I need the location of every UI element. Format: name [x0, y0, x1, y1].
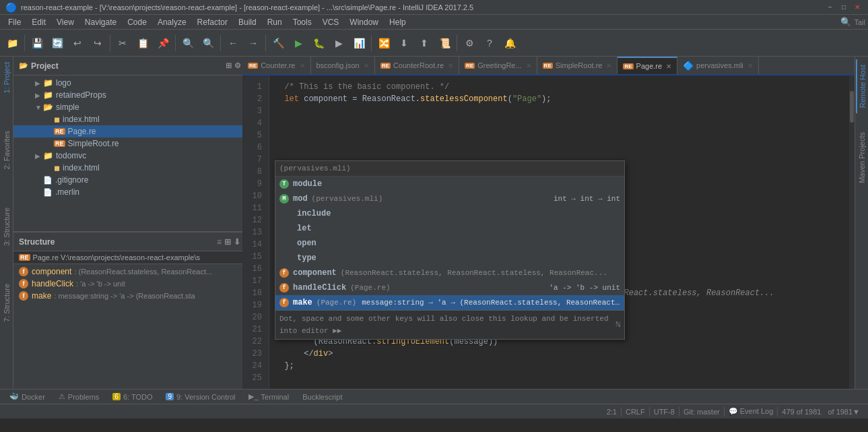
status-encoding[interactable]: UTF-8	[650, 408, 679, 416]
ac-item-type[interactable]: type	[275, 251, 624, 266]
tree-item-merlin[interactable]: 📄 .merlin	[13, 186, 255, 198]
tree-item-index-html[interactable]: ◼ index.html	[13, 113, 255, 125]
tab-simpleroot[interactable]: RE SimpleRoot.re ✕	[537, 57, 618, 74]
code-area[interactable]: (pervasives.mli) T module M mod (pervasi…	[269, 75, 849, 389]
toolbar-settings[interactable]: ⚙	[460, 34, 479, 53]
editor-content[interactable]: 1 2 3 4 5 6 7 8 9 10 11 12 13 14 15 16 1…	[242, 75, 855, 389]
struct-item-make[interactable]: f make : message:string -> 'a -> (Reason…	[13, 290, 255, 302]
struct-item-component[interactable]: f component : (ReasonReact.stateless, Re…	[13, 266, 255, 278]
menu-tools[interactable]: Tools	[288, 16, 317, 28]
ac-item-component[interactable]: f component (ReasonReact.stateless, Reas…	[275, 266, 624, 280]
right-tab-remote-host[interactable]: Remote Host	[856, 59, 868, 113]
toolbar-build[interactable]: 🔨	[269, 34, 288, 53]
menu-refactor[interactable]: Refactor	[192, 16, 233, 28]
menu-help[interactable]: Help	[384, 16, 411, 28]
tab-close-counterroot[interactable]: ✕	[448, 62, 453, 69]
close-button[interactable]: ✕	[852, 2, 863, 13]
struct-item-handleclick[interactable]: f handleClick : 'a -> 'b -> unit	[13, 278, 255, 290]
status-event-log[interactable]: 💬 Event Log	[725, 407, 778, 416]
ac-item-t[interactable]: T module	[275, 177, 624, 191]
tree-item-index-html-2[interactable]: ◼ index.html	[13, 162, 255, 174]
status-git[interactable]: Git: master	[679, 408, 724, 416]
toolbar-save-all[interactable]: 💾	[28, 34, 46, 53]
menu-analyze[interactable]: Analyze	[152, 16, 192, 28]
status-position[interactable]: 2:1	[603, 408, 621, 416]
toolbar-profile[interactable]: 📊	[349, 34, 368, 53]
ac-item-include[interactable]: include	[275, 206, 624, 221]
maximize-button[interactable]: □	[838, 2, 849, 13]
tab-greetingre[interactable]: RE GreetingRe... ✕	[459, 57, 537, 74]
tab-close-greeting[interactable]: ✕	[526, 62, 531, 69]
structure-icon-3[interactable]: ⬇	[234, 237, 240, 247]
menu-navigate[interactable]: Navigate	[79, 16, 122, 28]
toolbar-sync[interactable]: 🔄	[48, 34, 67, 53]
structure-icon-1[interactable]: ≡	[217, 237, 222, 247]
tree-item-retainedprops[interactable]: ▶ 📁 retainedProps	[13, 89, 255, 101]
sidebar-tab-structure7[interactable]: 7: Structure	[1, 278, 12, 328]
tab-close-pervasives[interactable]: ✕	[747, 62, 753, 69]
search-icon[interactable]: 🔍	[840, 17, 851, 27]
toolbar-cut[interactable]: ✂	[113, 34, 132, 53]
toolbar-update[interactable]: ⬇	[395, 34, 413, 53]
tab-bsconfig[interactable]: bsconfig.json ✕	[311, 57, 375, 74]
toolbar-help[interactable]: ?	[480, 34, 499, 53]
bottom-tab-terminal[interactable]: ▶_ Terminal	[242, 390, 296, 404]
menu-file[interactable]: File	[3, 16, 26, 28]
tree-item-simple[interactable]: ▼ 📂 simple	[13, 101, 255, 113]
tab-close-bsconfig[interactable]: ✕	[364, 62, 369, 69]
tab-pervasives[interactable]: 🔷 pervasives.mli ✕	[677, 57, 759, 74]
right-tab-maven[interactable]: Maven Projects	[857, 127, 867, 189]
tab-close-counter[interactable]: ✕	[300, 62, 305, 69]
sidebar-tab-project[interactable]: 1: Project	[1, 57, 12, 98]
toolbar-vcs[interactable]: 🔀	[374, 34, 393, 53]
tab-close-page[interactable]: ✕	[666, 63, 671, 70]
structure-icon-2[interactable]: ⊞	[224, 237, 231, 247]
menu-window[interactable]: Window	[344, 16, 384, 28]
menu-code[interactable]: Code	[122, 16, 152, 28]
ac-item-handleclick[interactable]: f handleClick (Page.re) 'a -> 'b -> unit	[275, 280, 624, 295]
toolbar-paste[interactable]: 📌	[154, 34, 172, 53]
toolbar-run[interactable]: ▶	[289, 34, 308, 53]
ac-item-open[interactable]: open	[275, 236, 624, 251]
status-lineending[interactable]: CRLF	[622, 408, 649, 416]
toolbar-debug[interactable]: 🐛	[309, 34, 328, 53]
tree-item-gitignore[interactable]: 📄 .gitignore	[13, 174, 255, 186]
bottom-tab-todo[interactable]: 6 6: TODO	[106, 390, 159, 404]
project-settings-icon[interactable]: ⚙	[234, 61, 241, 70]
tree-item-simpleroot-re[interactable]: RE SimpleRoot.re	[13, 137, 255, 150]
toolbar-find[interactable]: 🔍	[178, 34, 197, 53]
tree-item-logo[interactable]: ▶ 📁 logo	[13, 77, 255, 89]
sidebar-tab-structure[interactable]: 3: Structure	[1, 202, 12, 251]
toolbar-back[interactable]: ←	[224, 34, 242, 53]
ac-item-let[interactable]: let	[275, 221, 624, 236]
toolbar-project-btn[interactable]: 📁	[3, 34, 22, 53]
menu-edit[interactable]: Edit	[26, 16, 51, 28]
toolbar-notifications[interactable]: 🔔	[500, 34, 519, 53]
tab-counter-re[interactable]: RE Counter.re ✕	[242, 57, 311, 74]
bottom-tab-vcs[interactable]: 9 9: Version Control	[159, 390, 242, 404]
project-expand-icon[interactable]: ⊞	[226, 61, 232, 70]
toolbar-run2[interactable]: ▶	[329, 34, 348, 53]
menu-view[interactable]: View	[51, 16, 79, 28]
toolbar-fwd[interactable]: →	[244, 34, 263, 53]
tree-item-todomvc[interactable]: ▶ 📁 todomvc	[13, 150, 255, 162]
toolbar-redo[interactable]: ↪	[88, 34, 107, 53]
scroll-thumb[interactable]	[850, 91, 854, 123]
toolbar-find2[interactable]: 🔍	[199, 34, 218, 53]
menu-vcs[interactable]: VCS	[317, 16, 345, 28]
tab-counterroot[interactable]: RE CounterRoot.re ✕	[375, 57, 459, 74]
toolbar-push[interactable]: ⬆	[415, 34, 434, 53]
minimize-button[interactable]: −	[825, 2, 836, 13]
toolbar-copy[interactable]: 📋	[133, 34, 152, 53]
toolbar-history[interactable]: 📜	[435, 34, 454, 53]
sidebar-tab-favorites[interactable]: 2: Favorites	[1, 125, 12, 175]
ac-item-make[interactable]: f make (Page.re) message:string → 'a → (…	[275, 295, 624, 310]
bottom-tab-bucklescript[interactable]: Bucklescript	[296, 390, 349, 404]
ac-item-mod[interactable]: M mod (pervasives.mli) int → int → int	[275, 191, 624, 206]
tree-item-page-re[interactable]: RE Page.re	[13, 125, 255, 137]
tab-close-simpleroot[interactable]: ✕	[606, 62, 611, 69]
toolbar-undo[interactable]: ↩	[68, 34, 87, 53]
editor-scrollbar[interactable]	[849, 75, 855, 389]
bottom-tab-docker[interactable]: 🐳 Docker	[3, 390, 52, 404]
bottom-tab-problems[interactable]: ⚠ Problems	[52, 390, 106, 404]
